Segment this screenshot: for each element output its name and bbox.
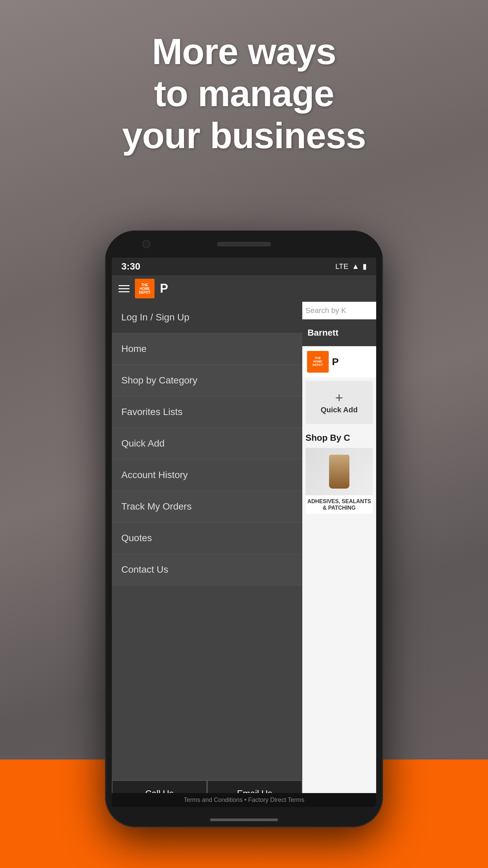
right-user-section: Barnett — [302, 319, 376, 346]
product-category-label: ADHESIVES, SEALANTS & PATCHING — [306, 495, 373, 514]
menu-item-contact-us[interactable]: Contact Us — [112, 554, 302, 586]
right-panel: Search by K Barnett THEHOMEDEPOT P + Qui… — [302, 302, 376, 807]
menu-item-quotes[interactable]: Quotes — [112, 522, 302, 554]
hero-line3: your business — [0, 115, 488, 157]
battery-icon: ▮ — [363, 262, 367, 271]
quick-add-plus: + — [309, 390, 369, 406]
menu-item-favorites-lists[interactable]: Favorites Lists — [112, 396, 302, 428]
hamburger-icon[interactable] — [119, 285, 129, 292]
shop-by-category-label: Shop By C — [302, 427, 376, 446]
status-time: 3:30 — [121, 261, 140, 272]
status-icons: LTE ▲ ▮ — [336, 262, 367, 271]
quick-add-box[interactable]: + Quick Add — [306, 381, 373, 424]
menu-item-shop-by-category[interactable]: Shop by Category — [112, 365, 302, 396]
phone-speaker — [217, 242, 271, 246]
signal-icon: ▲ — [352, 262, 359, 271]
screen-content: Log In / Sign Up Home Shop by Category F… — [112, 302, 376, 807]
camera-icon — [142, 240, 150, 248]
search-placeholder: Search by K — [306, 306, 346, 315]
signal-label: LTE — [336, 262, 349, 271]
phone-top-bar — [105, 231, 383, 258]
nav-header: THEHOMEDEPOT P — [112, 275, 376, 302]
phone-home-bar — [210, 818, 278, 821]
hero-line2: to manage — [0, 73, 488, 115]
right-logo-bar: THEHOMEDEPOT P — [302, 346, 376, 377]
menu-item-track-my-orders[interactable]: Track My Orders — [112, 491, 302, 522]
menu-item-account-history[interactable]: Account History — [112, 459, 302, 491]
search-bar-partial[interactable]: Search by K — [302, 302, 376, 319]
phone-screen: 3:30 LTE ▲ ▮ THEHOMEDEPOT P Log In / S — [112, 258, 376, 807]
product-image — [306, 448, 373, 495]
home-depot-logo-right: THEHOMEDEPOT — [307, 351, 329, 373]
hero-line1: More ways — [0, 31, 488, 73]
pro-label: P — [332, 356, 339, 368]
login-item[interactable]: Log In / Sign Up — [112, 302, 302, 333]
hero-text: More ways to manage your business — [0, 31, 488, 157]
quick-add-label: Quick Add — [321, 406, 358, 414]
footer-terms: Terms and Conditions • Factory Direct Te… — [112, 793, 376, 807]
home-depot-logo[interactable]: THEHOMEDEPOT — [135, 279, 155, 298]
menu-item-home[interactable]: Home — [112, 333, 302, 365]
menu-item-quick-add[interactable]: Quick Add — [112, 428, 302, 459]
drawer-menu: Log In / Sign Up Home Shop by Category F… — [112, 302, 302, 807]
product-card[interactable]: ADHESIVES, SEALANTS & PATCHING — [306, 448, 373, 514]
status-bar: 3:30 LTE ▲ ▮ — [112, 258, 376, 275]
phone-frame: 3:30 LTE ▲ ▮ THEHOMEDEPOT P Log In / S — [105, 231, 383, 827]
user-name: Barnett — [308, 328, 339, 338]
nav-title: P — [160, 281, 168, 296]
